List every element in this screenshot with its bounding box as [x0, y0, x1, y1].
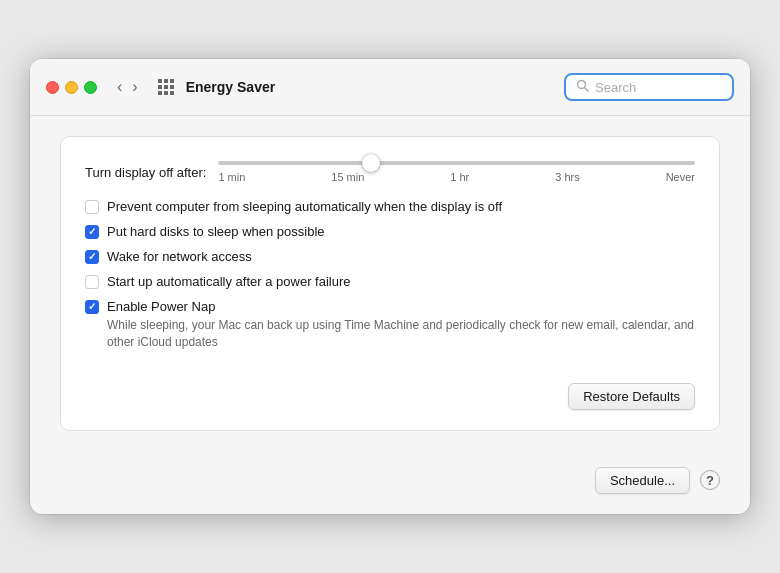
slider-label: Turn display off after:	[85, 165, 206, 180]
search-box[interactable]	[564, 73, 734, 101]
settings-panel: Turn display off after: 1 min 15 min 1 h…	[60, 136, 720, 431]
svg-line-1	[585, 88, 589, 92]
checkbox-wake-network-label: Wake for network access	[107, 249, 252, 264]
slider-label-never: Never	[666, 171, 695, 183]
window-footer: Schedule... ?	[30, 467, 750, 514]
forward-button[interactable]: ›	[128, 77, 141, 97]
checkbox-prevent-sleep-label: Prevent computer from sleeping automatic…	[107, 199, 502, 214]
slider-thumb[interactable]	[362, 154, 380, 172]
traffic-lights	[46, 81, 97, 94]
checkbox-startup-label: Start up automatically after a power fai…	[107, 274, 351, 289]
app-grid-icon[interactable]	[158, 79, 174, 95]
slider-label-1min: 1 min	[218, 171, 245, 183]
search-input[interactable]	[595, 80, 722, 95]
checkbox-power-nap-label: Enable Power Nap	[107, 299, 695, 314]
window-title: Energy Saver	[186, 79, 554, 95]
checkbox-hard-disk-input[interactable]: ✓	[85, 225, 99, 239]
checkbox-wake-network: ✓ Wake for network access	[85, 249, 695, 264]
nav-buttons: ‹ ›	[113, 77, 142, 97]
checkbox-hard-disk: ✓ Put hard disks to sleep when possible	[85, 224, 695, 239]
checkbox-prevent-sleep-input[interactable]	[85, 200, 99, 214]
slider-container: 1 min 15 min 1 hr 3 hrs Never	[218, 161, 695, 183]
content-area: Turn display off after: 1 min 15 min 1 h…	[30, 116, 750, 467]
main-window: ‹ › Energy Saver	[30, 59, 750, 514]
checkbox-power-nap: ✓ Enable Power Nap While sleeping, your …	[85, 299, 695, 351]
checkbox-power-nap-input[interactable]: ✓	[85, 300, 99, 314]
restore-defaults-button[interactable]: Restore Defaults	[568, 383, 695, 410]
checkbox-startup: Start up automatically after a power fai…	[85, 274, 695, 289]
titlebar: ‹ › Energy Saver	[30, 59, 750, 116]
maximize-button[interactable]	[84, 81, 97, 94]
checkbox-startup-input[interactable]	[85, 275, 99, 289]
schedule-button[interactable]: Schedule...	[595, 467, 690, 494]
search-icon	[576, 79, 589, 95]
close-button[interactable]	[46, 81, 59, 94]
panel-footer: Restore Defaults	[85, 371, 695, 410]
slider-labels: 1 min 15 min 1 hr 3 hrs Never	[218, 171, 695, 183]
checkbox-wake-network-input[interactable]: ✓	[85, 250, 99, 264]
checkbox-prevent-sleep: Prevent computer from sleeping automatic…	[85, 199, 695, 214]
slider-label-15min: 15 min	[331, 171, 364, 183]
minimize-button[interactable]	[65, 81, 78, 94]
checkbox-hard-disk-label: Put hard disks to sleep when possible	[107, 224, 325, 239]
help-button[interactable]: ?	[700, 470, 720, 490]
back-button[interactable]: ‹	[113, 77, 126, 97]
checkmark-icon: ✓	[88, 252, 96, 262]
checkboxes-group: Prevent computer from sleeping automatic…	[85, 199, 695, 351]
checkmark-icon: ✓	[88, 227, 96, 237]
slider-label-3hrs: 3 hrs	[555, 171, 579, 183]
slider-track	[218, 161, 695, 165]
slider-label-1hr: 1 hr	[450, 171, 469, 183]
slider-row: Turn display off after: 1 min 15 min 1 h…	[85, 161, 695, 183]
checkbox-power-nap-sublabel: While sleeping, your Mac can back up usi…	[107, 317, 695, 351]
checkmark-icon: ✓	[88, 302, 96, 312]
